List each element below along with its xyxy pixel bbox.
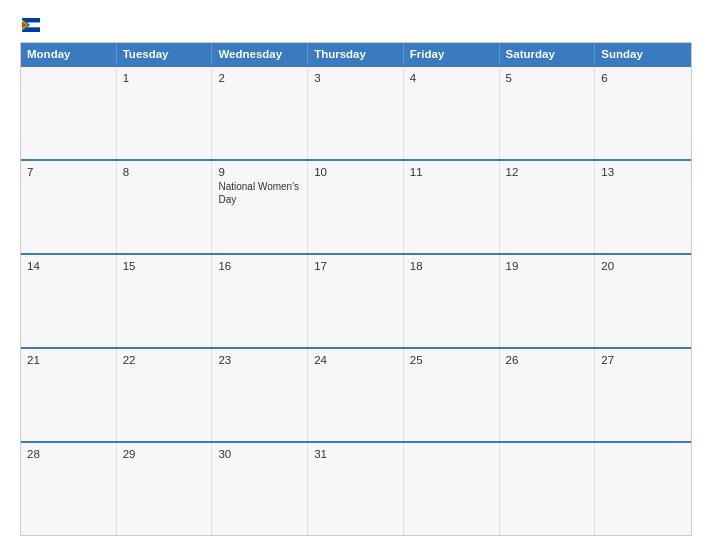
cal-cell-5-7 — [595, 443, 691, 535]
day-number: 10 — [314, 166, 397, 178]
day-number: 7 — [27, 166, 110, 178]
cal-cell-1-4: 3 — [308, 67, 404, 159]
cal-cell-2-6: 12 — [500, 161, 596, 253]
calendar-page: MondayTuesdayWednesdayThursdayFridaySatu… — [0, 0, 712, 550]
day-number: 15 — [123, 260, 206, 272]
holiday-label: National Women's Day — [218, 180, 301, 206]
day-number: 26 — [506, 354, 589, 366]
cal-cell-5-6 — [500, 443, 596, 535]
day-number: 25 — [410, 354, 493, 366]
day-number: 18 — [410, 260, 493, 272]
cal-cell-4-5: 25 — [404, 349, 500, 441]
day-number: 31 — [314, 448, 397, 460]
cal-cell-2-2: 8 — [117, 161, 213, 253]
cal-cell-5-4: 31 — [308, 443, 404, 535]
day-number: 1 — [123, 72, 206, 84]
day-number: 27 — [601, 354, 685, 366]
day-number: 24 — [314, 354, 397, 366]
cal-cell-1-1 — [21, 67, 117, 159]
cal-cell-4-1: 21 — [21, 349, 117, 441]
day-number: 19 — [506, 260, 589, 272]
cal-cell-5-3: 30 — [212, 443, 308, 535]
cal-cell-4-4: 24 — [308, 349, 404, 441]
day-number: 20 — [601, 260, 685, 272]
col-header-tuesday: Tuesday — [117, 43, 213, 65]
day-number: 28 — [27, 448, 110, 460]
col-header-saturday: Saturday — [500, 43, 596, 65]
cal-cell-5-1: 28 — [21, 443, 117, 535]
col-header-monday: Monday — [21, 43, 117, 65]
cal-cell-1-3: 2 — [212, 67, 308, 159]
cal-cell-5-2: 29 — [117, 443, 213, 535]
cal-cell-4-2: 22 — [117, 349, 213, 441]
day-number: 13 — [601, 166, 685, 178]
cal-cell-3-6: 19 — [500, 255, 596, 347]
cal-cell-2-4: 10 — [308, 161, 404, 253]
week-row-5: 28293031 — [21, 441, 691, 535]
cal-cell-2-3: 9National Women's Day — [212, 161, 308, 253]
logo-flag-icon — [22, 18, 40, 32]
header — [20, 18, 692, 32]
week-row-3: 14151617181920 — [21, 253, 691, 347]
cal-cell-4-7: 27 — [595, 349, 691, 441]
week-row-2: 789National Women's Day10111213 — [21, 159, 691, 253]
cal-cell-3-3: 16 — [212, 255, 308, 347]
cal-cell-1-7: 6 — [595, 67, 691, 159]
day-number: 30 — [218, 448, 301, 460]
day-number: 11 — [410, 166, 493, 178]
cal-cell-3-1: 14 — [21, 255, 117, 347]
day-number: 9 — [218, 166, 301, 178]
day-number: 6 — [601, 72, 685, 84]
cal-cell-4-3: 23 — [212, 349, 308, 441]
cal-cell-2-1: 7 — [21, 161, 117, 253]
calendar-header-row: MondayTuesdayWednesdayThursdayFridaySatu… — [21, 43, 691, 65]
week-row-4: 21222324252627 — [21, 347, 691, 441]
day-number: 21 — [27, 354, 110, 366]
col-header-wednesday: Wednesday — [212, 43, 308, 65]
col-header-friday: Friday — [404, 43, 500, 65]
day-number: 29 — [123, 448, 206, 460]
cal-cell-5-5 — [404, 443, 500, 535]
day-number: 16 — [218, 260, 301, 272]
cal-cell-1-2: 1 — [117, 67, 213, 159]
day-number: 8 — [123, 166, 206, 178]
day-number: 22 — [123, 354, 206, 366]
day-number: 12 — [506, 166, 589, 178]
cal-cell-1-6: 5 — [500, 67, 596, 159]
cal-cell-3-4: 17 — [308, 255, 404, 347]
day-number: 4 — [410, 72, 493, 84]
day-number: 17 — [314, 260, 397, 272]
day-number: 3 — [314, 72, 397, 84]
calendar-body: 123456789National Women's Day10111213141… — [21, 65, 691, 535]
day-number: 2 — [218, 72, 301, 84]
cal-cell-3-7: 20 — [595, 255, 691, 347]
day-number: 5 — [506, 72, 589, 84]
cal-cell-1-5: 4 — [404, 67, 500, 159]
cal-cell-3-5: 18 — [404, 255, 500, 347]
col-header-sunday: Sunday — [595, 43, 691, 65]
week-row-1: 123456 — [21, 65, 691, 159]
logo — [20, 18, 40, 32]
cal-cell-2-7: 13 — [595, 161, 691, 253]
col-header-thursday: Thursday — [308, 43, 404, 65]
cal-cell-2-5: 11 — [404, 161, 500, 253]
cal-cell-4-6: 26 — [500, 349, 596, 441]
day-number: 23 — [218, 354, 301, 366]
cal-cell-3-2: 15 — [117, 255, 213, 347]
day-number: 14 — [27, 260, 110, 272]
calendar-grid: MondayTuesdayWednesdayThursdayFridaySatu… — [20, 42, 692, 536]
